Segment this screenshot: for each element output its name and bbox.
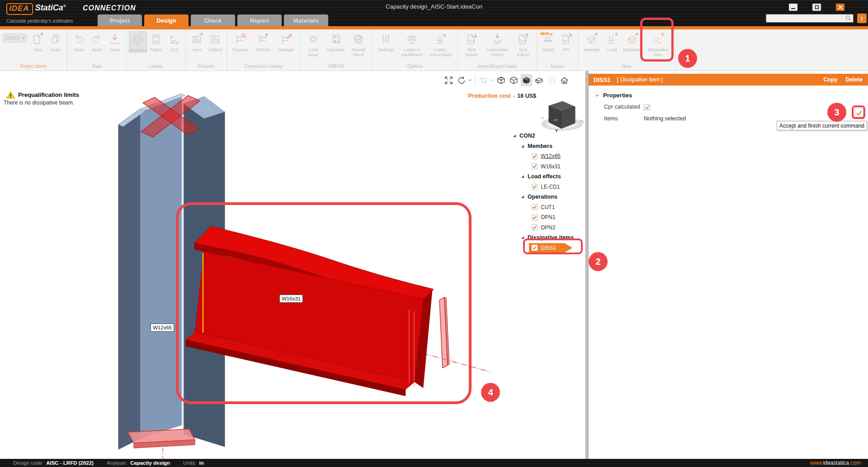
accept-command-checkbox[interactable]: [854, 108, 863, 117]
ribbon-button-settings[interactable]: Settings: [375, 31, 397, 52]
viewtool-cube-hidden-button[interactable]: [508, 74, 519, 86]
tree-item-w16x31[interactable]: W16x31: [512, 162, 585, 172]
viewtool-cube-ghost-button[interactable]: [533, 74, 545, 86]
selected-banner: DISS1: [529, 243, 572, 253]
ribbon-button-loads-in-equilibrium[interactable]: Loads in equilibrium: [397, 31, 426, 57]
tab-project[interactable]: Project: [98, 14, 142, 26]
ribbon-button-gallery[interactable]: Gallery: [206, 31, 224, 52]
ribbon: CON2▾NewCopyProject itemsUndoRedoSaveDat…: [0, 29, 868, 71]
info-button[interactable]: i: [857, 14, 867, 23]
tree-checkbox[interactable]: [532, 204, 538, 210]
ribbon-button-code-setup[interactable]: Code setup: [302, 31, 325, 57]
ribbon-button-save[interactable]: Save: [106, 31, 124, 52]
tree-item-opn1[interactable]: OPN1: [512, 212, 585, 223]
tree-checkbox[interactable]: [532, 245, 538, 251]
tree-node-con2[interactable]: CON2: [512, 131, 585, 141]
copy-button[interactable]: Copy: [823, 76, 837, 83]
tab-check[interactable]: Check: [191, 14, 235, 26]
viewtool-section-button[interactable]: [478, 74, 489, 86]
collapse-icon[interactable]: [521, 236, 524, 239]
panel-subtitle: [ Dissipative item ]: [617, 76, 663, 83]
viewtool-home-button[interactable]: [559, 74, 570, 86]
viewtool-cube-solid-button[interactable]: [521, 74, 532, 86]
ribbon-button-redo[interactable]: Redo: [88, 31, 106, 52]
search-box[interactable]: [766, 14, 854, 23]
chevron-down-icon[interactable]: [467, 78, 472, 82]
maximize-button[interactable]: [812, 4, 821, 11]
ribbon-button-label: Save: [110, 47, 120, 52]
tree-checkbox[interactable]: [532, 153, 538, 159]
tree-item-le-cd1[interactable]: LE-CD1: [512, 182, 585, 192]
collapse-icon[interactable]: [521, 144, 524, 148]
collapse-icon[interactable]: [521, 195, 524, 199]
tree-group-members[interactable]: Members: [512, 141, 585, 152]
ribbon-button-xls-export[interactable]: XLSXLS Export: [512, 31, 534, 57]
panel-splitter[interactable]: [585, 71, 589, 459]
tree-item-opn2[interactable]: OPN2: [512, 223, 585, 233]
viewport-3d[interactable]: Prequalification limits There is no diss…: [0, 71, 585, 459]
viewtool-cube-wire-button[interactable]: [495, 74, 507, 86]
close-button[interactable]: [836, 4, 844, 11]
website-link[interactable]: www.ideastatica.com: [810, 460, 861, 466]
properties-section[interactable]: Properties: [595, 92, 632, 99]
ribbon-button-propose[interactable]: Propose: [229, 31, 252, 52]
ribbon-button-loads-percentage[interactable]: %Loads - percentage: [426, 31, 455, 57]
search-input[interactable]: [766, 16, 845, 21]
tree-item-cut1[interactable]: CUT1: [512, 202, 585, 213]
tree-checkbox[interactable]: [532, 163, 538, 169]
ribbon-button-manage[interactable]: Manage: [274, 31, 297, 52]
tab-design[interactable]: Design: [144, 14, 189, 26]
ribbon-button-operation[interactable]: Operation: [621, 31, 644, 52]
tree-group-operations[interactable]: Operations: [512, 192, 585, 202]
ribbon-button-xls-import[interactable]: XLSXLS Import: [460, 31, 483, 57]
tree-checkbox[interactable]: [532, 224, 538, 230]
info-icon: i: [861, 15, 863, 22]
viewport-toolbar: [443, 74, 570, 86]
viewtool-mirror-button[interactable]: [546, 74, 557, 86]
items-value: Nothing selected: [644, 115, 686, 122]
ribbon-group-data: UndoRedoSaveData: [67, 29, 127, 71]
ribbon-button-calculate[interactable]: Calculate: [325, 31, 347, 52]
ribbon-button-new[interactable]: New: [188, 31, 206, 52]
viewtool-fit-button[interactable]: [443, 74, 454, 86]
ribbon-button-publish[interactable]: Publish: [252, 31, 274, 52]
project-item-selector[interactable]: CON2▾: [3, 33, 27, 43]
status-value-analysis: Capacity design: [130, 460, 170, 466]
ribbon-button-plates[interactable]: Plates: [147, 31, 165, 52]
code-setup-icon: [307, 32, 320, 47]
ribbon-button-copy[interactable]: Copy: [47, 31, 65, 52]
maximize-icon: [815, 5, 819, 10]
collapse-icon[interactable]: [521, 175, 524, 178]
collapse-icon[interactable]: [513, 134, 516, 138]
tree-item-diss1[interactable]: DISS1: [512, 243, 585, 253]
ribbon-button-detail[interactable]: BETADetail: [539, 31, 557, 52]
tab-report[interactable]: Report: [237, 14, 282, 26]
delete-button[interactable]: Delete: [845, 76, 863, 83]
ribbon-button-ifc[interactable]: IFCIFC: [557, 31, 576, 52]
cpr-calculated-checkbox[interactable]: [644, 104, 650, 110]
navigation-cube[interactable]: +Y Y: [538, 96, 585, 134]
ribbon-button-load[interactable]: Load: [603, 31, 621, 52]
chevron-down-icon[interactable]: [490, 78, 494, 82]
tree-group-load-effects[interactable]: Load effects: [512, 172, 585, 182]
production-cost-value: 16 US$: [517, 93, 536, 99]
minimize-button[interactable]: [789, 4, 797, 11]
ribbon-button-lcs[interactable]: LCS: [165, 31, 183, 52]
ribbon-button-member[interactable]: Member: [580, 31, 603, 52]
tree-checkbox[interactable]: [532, 184, 538, 190]
tab-materials[interactable]: Materials: [284, 14, 328, 26]
ribbon-button-overall-check[interactable]: Overall check: [347, 31, 370, 57]
ribbon-button-undo[interactable]: Undo: [70, 31, 88, 52]
tree-checkbox[interactable]: [532, 214, 538, 220]
ribbon-button-new[interactable]: New: [28, 31, 47, 52]
main-area: Prequalification limits There is no diss…: [0, 71, 868, 459]
ribbon-tabs: ProjectDesignCheckReportMaterials: [98, 14, 328, 26]
ribbon-button-members[interactable]: Members: [129, 31, 147, 53]
tree-item-w12x65[interactable]: W12x65: [512, 151, 585, 162]
window-title: Capacity design_AISC-Start.ideaCon: [0, 3, 868, 10]
viewtool-rotate-button[interactable]: [456, 74, 467, 86]
ribbon-button-dissipative-item[interactable]: Dissipative item: [644, 31, 673, 57]
tree-group-dissipative-items[interactable]: Dissipative items: [512, 233, 585, 243]
mirror-icon: [547, 76, 556, 85]
ribbon-button-connection-import[interactable]: Connection Import: [483, 31, 512, 57]
